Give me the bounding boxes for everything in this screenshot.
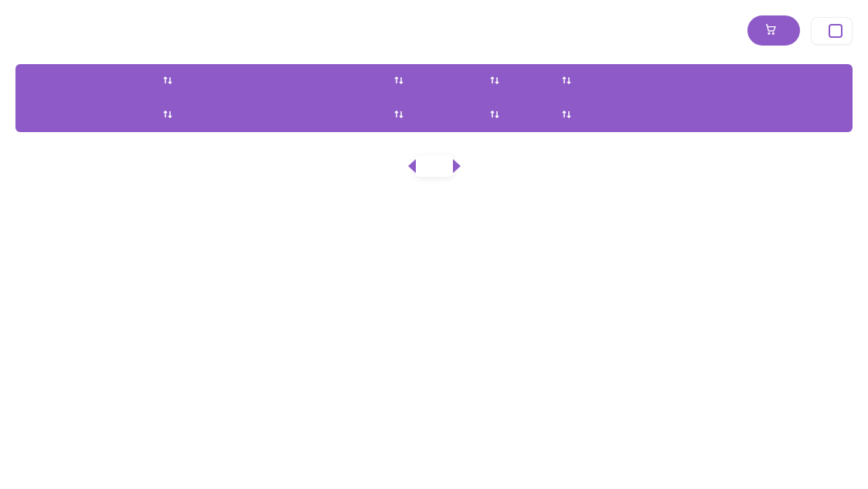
sort-icon bbox=[163, 76, 172, 87]
tf-category[interactable] bbox=[382, 98, 478, 132]
tf-stock[interactable] bbox=[478, 98, 550, 132]
sort-icon bbox=[490, 76, 499, 87]
sort-icon bbox=[163, 110, 172, 121]
sort-icon bbox=[394, 76, 403, 87]
sort-icon bbox=[562, 76, 571, 87]
load-more-button[interactable] bbox=[414, 155, 454, 177]
th-action bbox=[741, 64, 853, 98]
sort-icon bbox=[394, 110, 403, 121]
th-price[interactable] bbox=[550, 64, 653, 98]
th-thumbnails bbox=[71, 64, 151, 98]
svg-point-0 bbox=[768, 32, 770, 34]
tf-product-title[interactable] bbox=[151, 98, 382, 132]
th-quantity bbox=[653, 64, 740, 98]
select-all-checkbox[interactable] bbox=[829, 24, 842, 38]
load-more-wrap bbox=[15, 155, 853, 177]
th-category[interactable] bbox=[382, 64, 478, 98]
table-footer-row bbox=[15, 98, 853, 132]
cart-icon bbox=[764, 23, 777, 38]
add-to-cart-products-button[interactable] bbox=[747, 15, 800, 46]
product-table bbox=[15, 64, 853, 132]
tf-price[interactable] bbox=[550, 98, 653, 132]
sort-icon bbox=[562, 110, 571, 121]
table-header-row bbox=[15, 64, 853, 98]
svg-point-1 bbox=[772, 32, 774, 34]
sort-icon bbox=[490, 110, 499, 121]
th-check bbox=[15, 64, 71, 98]
th-stock[interactable] bbox=[478, 64, 550, 98]
topbar bbox=[15, 15, 853, 46]
select-all-container bbox=[811, 17, 853, 45]
th-product-title[interactable] bbox=[151, 64, 382, 98]
